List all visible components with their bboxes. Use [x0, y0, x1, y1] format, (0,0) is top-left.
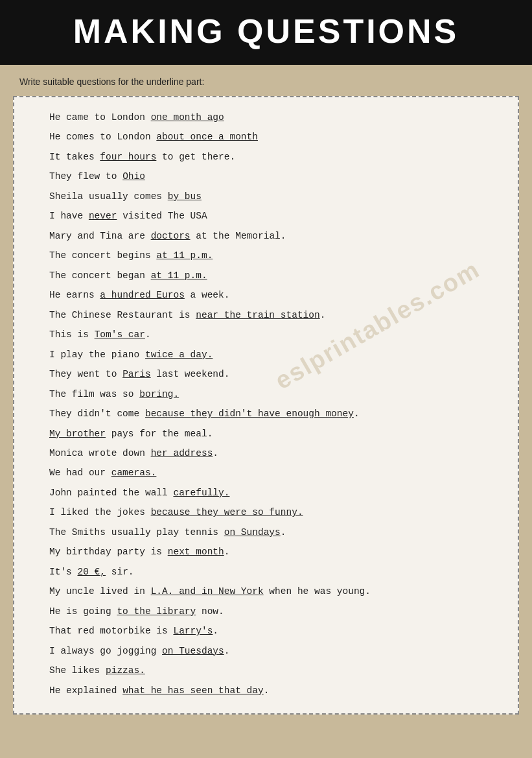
list-item: The film was so boring.: [49, 385, 502, 404]
question-text-after: visited The USA: [117, 211, 207, 221]
list-item: The Smiths usually play tennis on Sunday…: [49, 523, 502, 542]
question-text-before: It takes: [49, 152, 100, 162]
question-underline: pizzas.: [106, 665, 145, 676]
question-text-before: The concert begins: [49, 250, 156, 261]
question-text-before: John painted the wall: [49, 488, 173, 498]
question-underline: at 11 p.m.: [156, 250, 213, 261]
question-underline: on Sundays: [224, 527, 281, 538]
question-text-after: last weekend.: [151, 369, 230, 379]
question-underline: what he has seen that day: [122, 685, 264, 696]
list-item: My brother pays for the meal.: [49, 424, 502, 444]
question-text-after: .: [213, 626, 218, 636]
question-text-before: They flew to: [49, 171, 122, 182]
list-item: He explained what he has seen that day.: [49, 681, 502, 700]
question-underline: near the train station: [196, 310, 319, 320]
question-underline: Ohio: [122, 171, 145, 182]
question-text-before: They didn't come: [49, 409, 145, 419]
page-title: MAKING QUESTIONS: [73, 12, 459, 50]
question-text-after: sir.: [106, 567, 134, 577]
question-text-before: I play the piano: [49, 349, 145, 360]
questions-list: He came to London one month agoHe comes …: [30, 108, 502, 700]
question-underline: a hundred Euros: [100, 290, 185, 300]
question-underline: about once a month: [156, 132, 258, 142]
question-text-before: They went to: [49, 369, 122, 379]
question-text-after: .: [354, 409, 360, 419]
question-text-before: I always go jogging: [49, 646, 162, 656]
list-item: I always go jogging on Tuesdays.: [49, 641, 502, 661]
question-text-before: I liked the jokes: [49, 507, 151, 517]
question-text-before: We had our: [49, 468, 111, 478]
question-text-after: at the Memorial.: [191, 231, 286, 241]
list-item: Monica wrote down her address.: [49, 444, 502, 463]
question-text-after: to get there.: [156, 152, 235, 162]
question-underline: by bus: [168, 191, 202, 202]
list-item: I play the piano twice a day.: [49, 345, 502, 364]
question-text-before: He comes to London: [49, 132, 156, 142]
question-underline: My brother: [49, 429, 106, 439]
question-text-after: .: [224, 547, 230, 557]
question-text-after: now.: [196, 606, 224, 617]
question-text-before: Monica wrote down: [49, 448, 151, 458]
question-text-before: That red motorbike is: [49, 626, 173, 636]
question-text-after: .: [281, 527, 286, 538]
question-text-after: pays for the meal.: [106, 429, 213, 439]
instructions-text: Write suitable questions for the underli…: [0, 65, 532, 93]
question-underline: Larry's: [173, 626, 213, 636]
question-underline: next month: [168, 547, 224, 557]
question-text-before: He is going: [49, 606, 117, 617]
question-text-before: The Chinese Restaurant is: [49, 310, 196, 320]
list-item: The Chinese Restaurant is near the train…: [49, 305, 502, 325]
list-item: He is going to the library now.: [49, 602, 502, 621]
page-header: MAKING QUESTIONS: [0, 0, 532, 65]
list-item: He came to London one month ago: [49, 108, 502, 127]
question-text-after: .: [264, 685, 270, 696]
question-underline: cameras.: [111, 468, 157, 478]
question-underline: to the library: [117, 606, 196, 617]
question-text-before: She likes: [49, 665, 106, 676]
list-item: Mary and Tina are doctors at the Memoria…: [49, 226, 502, 246]
question-underline: one month ago: [151, 112, 224, 123]
question-underline: 20 €,: [78, 567, 106, 577]
list-item: That red motorbike is Larry's.: [49, 621, 502, 641]
question-text-after: a week.: [185, 290, 230, 300]
question-text-before: It's: [49, 567, 78, 577]
list-item: They didn't come because they didn't hav…: [49, 404, 502, 423]
question-text-after: .: [224, 646, 230, 656]
question-underline: L.A. and in New York: [151, 586, 264, 597]
list-item: My birthday party is next month.: [49, 542, 502, 562]
question-underline: because they didn't have enough money: [145, 409, 354, 419]
question-text-before: He explained: [49, 685, 122, 696]
question-text-before: I have: [49, 211, 89, 221]
question-text-before: My birthday party is: [49, 547, 168, 557]
question-text-before: The concert began: [49, 270, 151, 281]
list-item: They went to Paris last weekend.: [49, 364, 502, 384]
question-underline: carefully.: [173, 488, 229, 498]
question-underline: twice a day.: [145, 349, 213, 360]
list-item: It's 20 €, sir.: [49, 562, 502, 582]
question-underline: doctors: [151, 231, 191, 241]
list-item: I liked the jokes because they were so f…: [49, 503, 502, 522]
list-item: My uncle lived in L.A. and in New York w…: [49, 582, 502, 601]
list-item: The concert began at 11 p.m.: [49, 266, 502, 285]
question-text-after: .: [320, 310, 326, 320]
list-item: We had our cameras.: [49, 463, 502, 482]
question-underline: at 11 p.m.: [151, 270, 207, 281]
question-underline: her address: [151, 448, 213, 458]
question-text-after: when he was young.: [264, 586, 371, 597]
list-item: This is Tom's car.: [49, 325, 502, 344]
list-item: He earns a hundred Euros a week.: [49, 285, 502, 305]
list-item: He comes to London about once a month: [49, 127, 502, 147]
question-text-after: .: [145, 329, 151, 340]
list-item: It takes four hours to get there.: [49, 147, 502, 167]
question-underline: on Tuesdays: [162, 646, 224, 656]
list-item: Sheila usually comes by bus: [49, 187, 502, 206]
list-item: She likes pizzas.: [49, 661, 502, 680]
question-text-before: This is: [49, 329, 95, 340]
list-item: John painted the wall carefully.: [49, 483, 502, 503]
question-text-before: The film was so: [49, 389, 139, 399]
list-item: They flew to Ohio: [49, 167, 502, 186]
list-item: The concert begins at 11 p.m.: [49, 246, 502, 265]
question-text-before: Mary and Tina are: [49, 231, 151, 241]
question-text-before: Sheila usually comes: [49, 191, 168, 202]
question-text-before: He earns: [49, 290, 100, 300]
